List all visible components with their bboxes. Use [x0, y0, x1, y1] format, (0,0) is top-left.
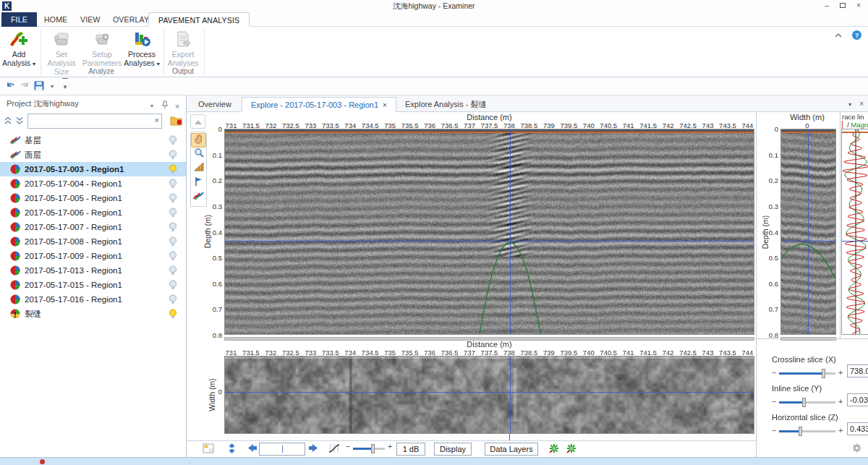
setup-parameters-button[interactable]: Setup Parameters — [82, 30, 122, 70]
display-button[interactable]: Display — [434, 443, 472, 456]
panel-layout-button[interactable] — [203, 443, 214, 456]
filter-folder-icon[interactable] — [170, 115, 182, 127]
remove-feature-button[interactable] — [566, 443, 577, 456]
tab-explore-analysis[interactable]: Explore Analysis - 裂缝 — [396, 97, 495, 112]
main-bscan-view[interactable] — [224, 129, 754, 335]
inline-value-input[interactable]: -0.038 — [847, 393, 868, 406]
crossline-minus-button[interactable]: − — [772, 368, 776, 377]
maximize-button[interactable] — [835, 1, 851, 12]
tab-close-icon[interactable]: × — [383, 101, 387, 109]
visibility-bulb-icon[interactable] — [169, 251, 177, 261]
tree-item-2017-05-17-008 - Region1[interactable]: 2017-05-17-008 - Region1 — [0, 234, 186, 249]
ribbon-tab-file[interactable]: FILE — [1, 12, 37, 27]
add-feature-button[interactable] — [548, 443, 560, 456]
gain-plus-button[interactable]: + — [388, 442, 392, 455]
plan-cscan-view[interactable] — [224, 356, 754, 434]
collapse-all-icon[interactable] — [4, 116, 12, 127]
ribbon-tab-pavement-analysis[interactable]: PAVEMENT ANALYSIS — [148, 12, 250, 27]
width-bscan-view[interactable] — [780, 129, 836, 335]
visibility-bulb-icon[interactable] — [169, 309, 177, 319]
visibility-bulb-icon[interactable] — [169, 294, 177, 304]
tree-item-2017-05-17-016 - Region1[interactable]: 2017-05-17-016 - Region1 — [0, 292, 186, 307]
gain-slider[interactable] — [353, 448, 385, 450]
gain-slider-handle[interactable] — [371, 444, 375, 453]
scroll-up-tool-button[interactable] — [190, 114, 205, 129]
tab-overview[interactable]: Overview — [190, 97, 240, 112]
visibility-bulb-icon[interactable] — [169, 164, 177, 174]
data-layers-button[interactable]: Data Layers — [485, 443, 538, 456]
right-panel: Width (m) 0 00.10.20.30.40.50.60.70.8 De… — [756, 112, 868, 457]
crossline-slice-label: Crossline slice (X) — [772, 355, 836, 364]
tree-item-基层[interactable]: 基层 — [0, 133, 186, 148]
set-analysis-size-button[interactable]: Set Analysis Size — [42, 30, 81, 70]
crossline-plus-button[interactable]: + — [838, 368, 843, 377]
tab-strip-close-icon[interactable]: × — [859, 100, 864, 108]
clear-search-icon[interactable]: × — [155, 116, 159, 124]
tree-item-面层[interactable]: 面层 — [0, 148, 186, 162]
add-analysis-button[interactable]: Add Analysis ▾ — [1, 30, 36, 70]
tree-item-2017-05-17-006 - Region1[interactable]: 2017-05-17-006 - Region1 — [0, 205, 186, 220]
axis-tick-label: 0.1 — [213, 150, 222, 158]
inline-slider[interactable] — [779, 401, 835, 404]
minimize-button[interactable]: – — [819, 1, 835, 12]
tree-item-2017-05-17-015 - Region1[interactable]: 2017-05-17-015 - Region1 — [0, 278, 186, 292]
visibility-bulb-icon[interactable] — [169, 222, 177, 232]
gain-value-box[interactable]: 1 dB — [396, 443, 425, 456]
save-dropdown-arrow[interactable]: ▾ — [45, 80, 59, 93]
visibility-bulb-icon[interactable] — [169, 135, 177, 145]
visibility-bulb-icon[interactable] — [169, 193, 177, 203]
panel-dropdown-icon[interactable]: ▾ — [147, 98, 157, 114]
slice-settings-gear-icon[interactable] — [852, 443, 861, 454]
crossline-value-input[interactable]: 738.02 — [847, 364, 868, 377]
surface-line-trace — [842, 132, 868, 133]
visibility-bulb-icon[interactable] — [169, 150, 177, 160]
expand-all-icon[interactable] — [15, 116, 24, 127]
horizontal-minus-button[interactable]: − — [772, 426, 776, 435]
visibility-bulb-icon[interactable] — [169, 265, 177, 276]
panel-pin-icon[interactable] — [160, 98, 170, 114]
customize-quickbar-button[interactable]: ▾ — [58, 80, 72, 93]
next-trace-button[interactable] — [308, 443, 318, 456]
trace-plot[interactable] — [841, 129, 868, 335]
undo-button[interactable] — [3, 80, 17, 93]
save-button[interactable] — [32, 80, 46, 93]
tree-item-2017-05-17-004 - Region1[interactable]: 2017-05-17-004 - Region1 — [0, 176, 186, 191]
inline-plus-button[interactable]: + — [838, 397, 843, 406]
help-icon[interactable]: ? — [851, 30, 862, 40]
horizontal-plus-button[interactable]: + — [838, 426, 843, 435]
redo-button[interactable] — [17, 80, 32, 93]
gain-curve-button[interactable] — [328, 443, 340, 456]
visibility-bulb-icon[interactable] — [169, 179, 177, 189]
tree-item-2017-05-17-009 - Region1[interactable]: 2017-05-17-009 - Region1 — [0, 249, 186, 263]
horizontal-value-input[interactable]: 0.433 — [847, 422, 868, 435]
horizontal-slider[interactable] — [779, 430, 835, 432]
tree-item-2017-05-17-003 - Region1[interactable]: 2017-05-17-003 - Region1 — [0, 162, 186, 176]
inline-minus-button[interactable]: − — [772, 397, 776, 406]
visibility-bulb-icon[interactable] — [169, 208, 177, 218]
crosshair-vertical-plan[interactable] — [510, 357, 511, 433]
tab-explore-region[interactable]: Explore - 2017-05-17-003 - Region1× — [242, 97, 396, 112]
crosshair-horizontal-plan[interactable] — [225, 392, 754, 393]
tree-item-label: 2017-05-17-016 - Region1 — [25, 295, 122, 304]
gain-minus-button[interactable]: − — [346, 442, 350, 455]
tab-list-dropdown-icon[interactable]: ▾ — [848, 101, 851, 108]
tree-item-2017-05-17-005 - Region1[interactable]: 2017-05-17-005 - Region1 — [0, 191, 186, 205]
tree-item-label: 基层 — [25, 136, 41, 145]
panel-close-icon[interactable]: × — [172, 98, 182, 114]
process-analyses-button[interactable]: Process Analyses ▾ — [123, 30, 161, 70]
tree-item-裂缝[interactable]: 裂缝 — [0, 307, 186, 321]
crossline-slider[interactable] — [779, 372, 835, 375]
visibility-bulb-icon[interactable] — [169, 280, 177, 290]
tree-item-2017-05-17-013 - Region1[interactable]: 2017-05-17-013 - Region1 — [0, 263, 186, 278]
document-area: Overview Explore - 2017-05-17-003 - Regi… — [187, 95, 868, 457]
swap-views-button[interactable] — [226, 443, 237, 456]
prev-trace-button[interactable] — [247, 443, 258, 456]
pie-icon — [10, 280, 20, 290]
visibility-bulb-icon[interactable] — [169, 236, 177, 247]
position-input[interactable]: | — [259, 443, 305, 456]
search-input[interactable] — [30, 115, 145, 127]
collapse-ribbon-icon[interactable] — [833, 31, 843, 40]
export-analyses-button[interactable]: Export Analyses — [165, 30, 201, 70]
close-button[interactable]: × — [851, 1, 867, 12]
tree-item-2017-05-17-007 - Region1[interactable]: 2017-05-17-007 - Region1 — [0, 220, 186, 234]
